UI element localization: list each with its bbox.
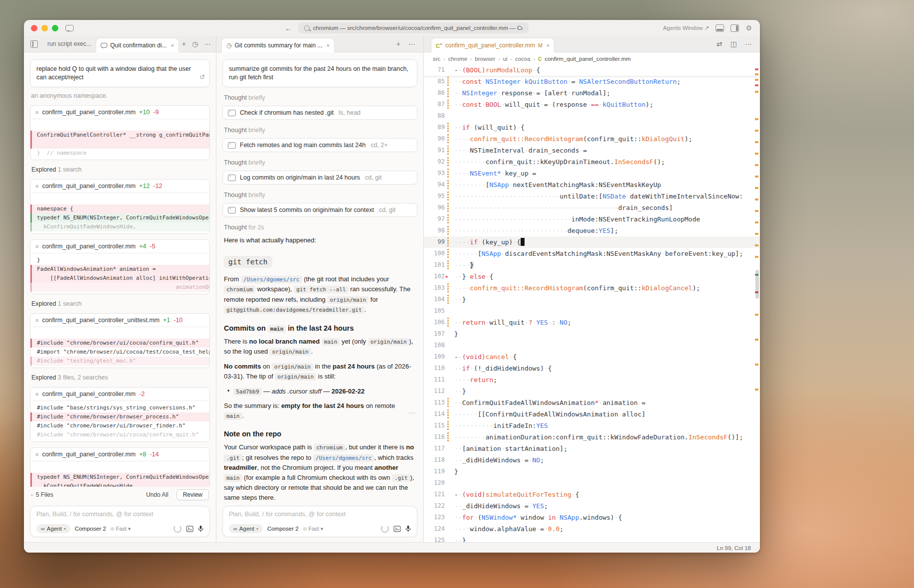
- agents-window-button[interactable]: Agents Window ↗: [663, 24, 710, 31]
- compare-changes-icon[interactable]: ⇄: [714, 40, 726, 48]
- terminal-tool-card[interactable]: Check if chromium has nested .gitls, hea…: [222, 106, 417, 120]
- line-number: 116: [424, 431, 445, 443]
- new-tab-button[interactable]: +: [393, 40, 403, 48]
- tab-git-commits-summary[interactable]: ◷ Git commits summary for main ... ×: [221, 38, 335, 52]
- cursor-window: ← chromium — src/chrome/browser/ui/cocoa…: [24, 20, 760, 553]
- ruler-mark: [755, 244, 758, 246]
- token: ·: [548, 101, 552, 108]
- model-selector[interactable]: Composer 2: [75, 526, 106, 532]
- close-tab-icon[interactable]: ×: [171, 42, 174, 48]
- diff-card-header[interactable]: ≡confirm_quit_panel_controller.mm-2: [30, 388, 209, 401]
- agent-mode-selector[interactable]: ∞ Agent ▾: [36, 524, 70, 533]
- close-tab-icon[interactable]: ×: [547, 42, 549, 48]
- chat-bubble-icon[interactable]: [65, 25, 74, 31]
- close-tab-icon[interactable]: ×: [327, 42, 330, 48]
- diff-card-header[interactable]: ≡confirm_quit_panel_controller_unittest.…: [30, 314, 209, 327]
- window-title-pill[interactable]: chromium — src/chrome/browser/ui/cocoa/c…: [298, 22, 529, 33]
- thought-label[interactable]: Thought for 2s: [224, 224, 416, 231]
- close-window-button[interactable]: [31, 25, 37, 31]
- composer[interactable]: Plan, Build, / for commands, @ for conte…: [30, 506, 210, 537]
- undo-all-button[interactable]: Undo All: [146, 491, 169, 498]
- microphone-icon[interactable]: [405, 525, 411, 532]
- diff-card-body: typedef NS_ENUM(NSInteger, ConfirmQuitFa…: [30, 461, 209, 487]
- minimize-window-button[interactable]: [41, 25, 48, 31]
- terminal-tool-card[interactable]: Show latest 5 commits on origin/main for…: [222, 203, 417, 217]
- diff-card-header[interactable]: ≡confirm_quit_panel_controller.mm+8-14: [30, 448, 209, 461]
- code-text: ··if·(!_didHideWindows)·{: [454, 363, 760, 374]
- ruler-mark: [755, 187, 758, 189]
- diff-card-header[interactable]: ≡confirm_quit_panel_controller.mm+10-9: [30, 106, 209, 119]
- attach-image-icon[interactable]: [186, 526, 193, 532]
- speed-selector[interactable]: ◎ Fast ▾: [111, 526, 131, 532]
- breadcrumb-item[interactable]: confirm_quit_panel_controller.mm: [545, 56, 631, 62]
- git-gutter: [447, 282, 454, 294]
- thought-label[interactable]: Thought briefly: [224, 94, 416, 101]
- files-count-toggle[interactable]: 5 Files: [36, 491, 53, 498]
- layout-columns-icon[interactable]: [731, 24, 739, 32]
- changed-files-bar: › 5 Files Undo All Review: [24, 487, 216, 504]
- breadcrumb-item[interactable]: src: [433, 56, 440, 62]
- tab-editor-file[interactable]: C+ confirm_quit_panel_controller.mm M ×: [431, 38, 554, 52]
- code-text: ··}: [454, 294, 760, 305]
- split-editor-icon[interactable]: ◫: [728, 40, 740, 48]
- chat-scroll-area[interactable]: replace hold Q to quit with a window dia…: [24, 52, 216, 487]
- bold-text: past 24 hours: [333, 363, 375, 370]
- more-actions-icon[interactable]: ⋯: [742, 40, 755, 48]
- agent-mode-selector[interactable]: ∞ Agent ▾: [229, 524, 263, 533]
- code-line: 107}: [424, 328, 760, 340]
- code-editor[interactable]: src›chrome›browser›ui›cocoa›Cconfirm_qui…: [424, 52, 760, 542]
- token: (confirm_quit::: [583, 135, 641, 143]
- token: ····: [454, 238, 470, 246]
- removed-count: -5: [150, 243, 155, 250]
- line-number: 125: [424, 535, 445, 542]
- git-gutter: [447, 386, 454, 397]
- history-icon[interactable]: ◷: [189, 40, 201, 48]
- speed-selector[interactable]: ◎ Fast ▾: [303, 526, 324, 532]
- new-tab-button[interactable]: +: [179, 40, 189, 48]
- diff-line: typedef NS_ENUM(NSInteger, ConfirmQuitFa…: [30, 213, 209, 222]
- review-button[interactable]: Review: [177, 489, 209, 500]
- token: ·: [544, 365, 548, 372]
- breadcrumb-item[interactable]: browser: [475, 56, 495, 62]
- more-content-button[interactable]: ...: [408, 407, 415, 415]
- model-selector[interactable]: Composer 2: [267, 526, 299, 532]
- settings-gear-icon[interactable]: ⚙: [745, 24, 752, 31]
- terminal-tool-card[interactable]: Fetch remotes and log main commits last …: [222, 138, 417, 152]
- more-actions-icon[interactable]: ⋯: [405, 40, 418, 48]
- attach-image-icon[interactable]: [393, 526, 401, 532]
- tab-quit-confirmation[interactable]: Quit confirmation di... ×: [96, 38, 179, 52]
- tab-run-script[interactable]: run script exec...: [43, 40, 96, 47]
- back-icon[interactable]: ←: [285, 24, 292, 32]
- microphone-icon[interactable]: [198, 525, 203, 532]
- token: (BOOL): [462, 66, 486, 74]
- ruler-mark: [755, 153, 758, 155]
- restore-checkpoint-icon[interactable]: ↺: [199, 73, 205, 81]
- breadcrumb-item[interactable]: chrome: [448, 56, 467, 62]
- sidebar-toggle-icon[interactable]: [30, 40, 38, 48]
- diff-card-header[interactable]: ≡confirm_quit_panel_controller.mm+12-12: [30, 180, 209, 193]
- thought-label[interactable]: Thought briefly: [224, 192, 416, 198]
- code-line: 97······························inMode:N…: [424, 213, 760, 225]
- token: ··: [454, 388, 462, 395]
- scrollbar-thumb[interactable]: [755, 270, 759, 299]
- sticky-scope-line: 71-·(BOOL)runModalLoop·{: [424, 64, 760, 76]
- cursor-position[interactable]: Ln 99, Col 18: [717, 545, 751, 551]
- more-actions-icon[interactable]: ⋯: [201, 40, 214, 48]
- breadcrumb-item[interactable]: cocoa: [515, 56, 531, 62]
- zoom-window-button[interactable]: [52, 25, 58, 31]
- line-number: 103: [424, 282, 445, 294]
- thought-label[interactable]: Thought briefly: [224, 127, 416, 134]
- chat-scroll-area[interactable]: summarize git commits for the past 24 ho…: [216, 52, 423, 504]
- token: ·: [458, 66, 462, 74]
- toggle-panel-icon[interactable]: [716, 24, 724, 32]
- thought-label[interactable]: Thought briefly: [224, 159, 416, 166]
- composer[interactable]: Plan, Build, / for commands, @ for conte…: [222, 506, 417, 537]
- token: [alert: [544, 89, 567, 97]
- breadcrumb-item[interactable]: ui: [503, 56, 508, 62]
- terminal-tool-card[interactable]: Log commits on origin/main in last 24 ho…: [222, 171, 417, 185]
- token: ·: [529, 170, 533, 177]
- diff-card-header[interactable]: ≡confirm_quit_panel_controller.mm+4-5: [30, 240, 209, 253]
- paragraph: So the summary is: empty for the last 24…: [224, 401, 416, 421]
- diff-line: #include "testing/gtest_mac.h": [30, 357, 209, 366]
- section-heading: Commits on main in the last 24 hours: [224, 324, 416, 332]
